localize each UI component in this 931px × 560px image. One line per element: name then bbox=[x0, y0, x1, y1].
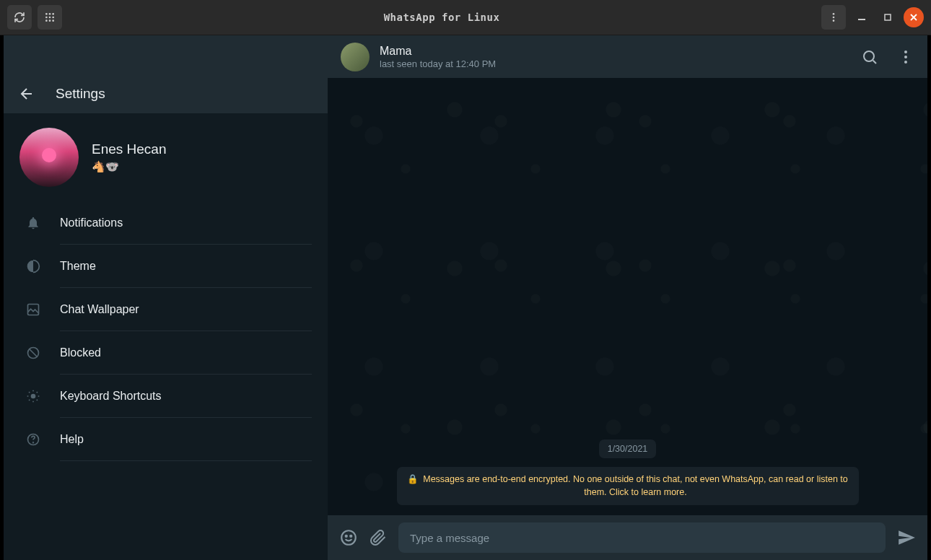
svg-point-9 bbox=[833, 13, 835, 15]
composer bbox=[328, 515, 927, 560]
svg-rect-13 bbox=[885, 14, 891, 20]
lock-icon: 🔒 bbox=[407, 473, 419, 486]
chat-menu-button[interactable] bbox=[897, 48, 914, 66]
settings-item-label: Notifications bbox=[60, 201, 312, 245]
settings-item-label: Chat Wallpaper bbox=[60, 288, 312, 331]
theme-icon bbox=[25, 258, 41, 274]
maximize-icon bbox=[884, 14, 891, 21]
svg-point-25 bbox=[350, 535, 351, 537]
refresh-icon bbox=[14, 12, 25, 23]
svg-point-22 bbox=[904, 61, 907, 64]
emoji-icon bbox=[339, 528, 358, 547]
svg-point-19 bbox=[864, 51, 874, 61]
message-input[interactable] bbox=[398, 522, 886, 553]
chat-pane: Mama last seen today at 12:40 PM 1/30/20… bbox=[328, 35, 927, 560]
svg-point-10 bbox=[833, 17, 835, 19]
minimize-icon bbox=[858, 14, 865, 21]
brightness-icon bbox=[25, 388, 41, 404]
settings-header: Settings bbox=[4, 74, 328, 113]
profile-row[interactable]: Enes Hecan 🐴🐨 bbox=[4, 113, 328, 201]
settings-item-label: Help bbox=[60, 418, 312, 461]
encryption-notice[interactable]: 🔒 Messages are end-to-end encrypted. No … bbox=[397, 467, 859, 506]
window-title: WhatsApp for Linux bbox=[62, 12, 821, 23]
help-icon bbox=[25, 432, 41, 447]
arrow-left-icon bbox=[18, 85, 35, 102]
settings-title: Settings bbox=[56, 86, 105, 102]
contact-info[interactable]: Mama last seen today at 12:40 PM bbox=[380, 45, 851, 69]
attach-button[interactable] bbox=[370, 529, 387, 546]
search-icon bbox=[861, 48, 878, 66]
settings-item-label: Theme bbox=[60, 245, 312, 288]
svg-point-0 bbox=[45, 13, 48, 15]
svg-point-5 bbox=[52, 17, 54, 19]
settings-item-keyboard[interactable]: Keyboard Shortcuts bbox=[4, 375, 328, 418]
svg-point-6 bbox=[45, 19, 48, 22]
contact-last-seen: last seen today at 12:40 PM bbox=[380, 58, 851, 69]
svg-point-24 bbox=[346, 535, 347, 537]
svg-point-2 bbox=[52, 13, 54, 15]
minimize-button[interactable] bbox=[852, 7, 872, 27]
maximize-button[interactable] bbox=[878, 7, 898, 27]
profile-name: Enes Hecan bbox=[92, 141, 167, 157]
svg-point-1 bbox=[49, 13, 51, 15]
svg-point-3 bbox=[45, 17, 48, 19]
date-separator: 1/30/2021 bbox=[599, 439, 657, 458]
titlebar: WhatsApp for Linux bbox=[0, 0, 931, 35]
bell-icon bbox=[25, 215, 41, 231]
chat-header: Mama last seen today at 12:40 PM bbox=[328, 35, 927, 78]
svg-point-21 bbox=[904, 56, 907, 58]
settings-item-label: Keyboard Shortcuts bbox=[60, 375, 312, 418]
svg-point-16 bbox=[31, 394, 36, 399]
app-menu-button[interactable] bbox=[821, 5, 846, 30]
apps-button[interactable] bbox=[38, 5, 62, 30]
emoji-button[interactable] bbox=[339, 528, 358, 547]
send-icon bbox=[897, 528, 916, 547]
settings-list: Notifications Theme Chat Wallpaper Block… bbox=[4, 201, 328, 560]
grid-icon bbox=[44, 12, 56, 23]
encryption-text: Messages are end-to-end encrypted. No on… bbox=[423, 473, 849, 500]
svg-point-23 bbox=[341, 530, 356, 545]
back-button[interactable] bbox=[18, 85, 35, 102]
close-icon bbox=[910, 14, 917, 21]
sidebar-top-spacer bbox=[4, 35, 328, 74]
svg-point-18 bbox=[33, 442, 34, 443]
settings-item-wallpaper[interactable]: Chat Wallpaper bbox=[4, 288, 328, 331]
svg-point-8 bbox=[52, 19, 54, 22]
settings-item-notifications[interactable]: Notifications bbox=[4, 201, 328, 245]
svg-point-4 bbox=[49, 17, 51, 19]
settings-item-label: Blocked bbox=[60, 331, 312, 375]
svg-rect-12 bbox=[858, 19, 865, 20]
settings-item-blocked[interactable]: Blocked bbox=[4, 331, 328, 375]
profile-status: 🐴🐨 bbox=[92, 160, 167, 173]
blocked-icon bbox=[25, 345, 41, 361]
close-button[interactable] bbox=[904, 7, 924, 27]
wallpaper-icon bbox=[25, 302, 41, 318]
chat-body: 1/30/2021 🔒 Messages are end-to-end encr… bbox=[328, 78, 927, 515]
svg-point-7 bbox=[49, 19, 51, 22]
send-button[interactable] bbox=[897, 528, 916, 547]
svg-point-11 bbox=[833, 19, 835, 22]
settings-panel: Settings Enes Hecan 🐴🐨 Notifications The… bbox=[4, 35, 328, 560]
menu-dots-icon bbox=[828, 12, 839, 23]
paperclip-icon bbox=[370, 529, 387, 546]
settings-item-help[interactable]: Help bbox=[4, 418, 328, 461]
refresh-button[interactable] bbox=[7, 5, 32, 30]
menu-dots-icon bbox=[897, 48, 914, 66]
contact-name: Mama bbox=[380, 45, 851, 58]
profile-avatar bbox=[19, 128, 79, 187]
settings-item-theme[interactable]: Theme bbox=[4, 245, 328, 288]
svg-point-20 bbox=[904, 51, 907, 53]
contact-avatar[interactable] bbox=[341, 43, 370, 71]
search-in-chat-button[interactable] bbox=[861, 48, 878, 66]
